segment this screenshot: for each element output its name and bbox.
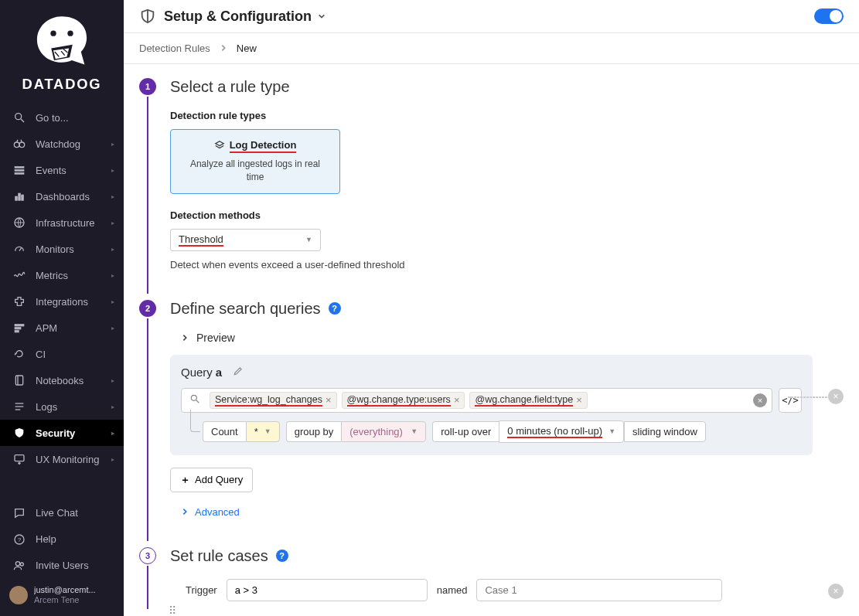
enable-toggle[interactable] [814,9,844,24]
nav-dashboards[interactable]: Dashboards ▸ [0,183,124,209]
chevron-right-icon [181,508,189,516]
delete-query-icon[interactable]: × [828,389,844,404]
nav-ux[interactable]: UX Monitoring ▸ [0,446,124,472]
filter-tag[interactable]: Service:wg_log_changes× [210,392,337,409]
edit-icon[interactable] [233,366,244,379]
plus-icon: ＋ [180,473,190,487]
advanced-toggle[interactable]: Advanced [181,506,844,518]
breadcrumb-root[interactable]: Detection Rules [139,43,210,54]
content-scroll[interactable]: 1 Select a rule type Detection rule type… [124,64,859,616]
svg-point-5 [14,142,19,148]
svg-rect-11 [19,193,21,200]
rule-case-row: ⠿ Trigger named [170,579,813,601]
page-header: Setup & Configuration [124,0,859,33]
nav-label: Integrations [36,296,88,308]
nav-monitors[interactable]: Monitors ▸ [0,236,124,262]
rollup-select[interactable]: 0 minutes (no roll-up)▼ [499,420,624,443]
nav-metrics[interactable]: Metrics ▸ [0,262,124,288]
brand-logo[interactable]: DATADOG [0,0,124,104]
nav-notebooks[interactable]: Notebooks ▸ [0,367,124,393]
nav-watchdog[interactable]: Watchdog ▸ [0,131,124,157]
breadcrumb: Detection Rules New [124,33,859,64]
window-select[interactable]: sliding window [624,421,706,442]
nav-label: Live Chat [36,507,78,519]
filter-tag[interactable]: @wg.change.field:type× [469,392,587,409]
step-line [147,318,148,541]
nav-label: Metrics [36,270,68,281]
nav-ci[interactable]: CI [0,341,124,367]
method-hint: Detect when events exceed a user-defined… [170,259,844,271]
nav-integrations[interactable]: Integrations ▸ [0,288,124,315]
connector-line [788,396,830,398]
count-select[interactable]: Count [203,421,246,442]
rule-type-log-detection[interactable]: Log Detection Analyze all ingested logs … [170,129,340,194]
nav-apm[interactable]: APM ▸ [0,315,124,341]
search-icon [12,111,26,124]
nav-label: Monitors [36,243,74,255]
step-badge-3: 3 [139,547,156,564]
sidebar: DATADOG Go to... Watchdog ▸ Events ▸ Das… [0,0,124,616]
svg-line-14 [19,248,22,251]
nav-security[interactable]: Security ▸ [0,420,124,446]
nav-label: Help [36,533,56,545]
nav-livechat[interactable]: Live Chat [0,500,124,526]
rollup-label: roll-up over [432,421,499,442]
nav-logs[interactable]: Logs ▸ [0,393,124,420]
svg-rect-15 [15,324,24,326]
nav-infrastructure[interactable]: Infrastructure ▸ [0,209,124,236]
groupby-select[interactable]: (everything)▼ [341,421,426,442]
named-label: named [437,584,468,596]
step-line [147,566,148,609]
svg-point-27 [15,561,19,565]
delete-case-icon[interactable]: × [828,584,844,599]
help-icon[interactable]: ? [276,550,288,562]
avatar [9,586,28,604]
close-icon[interactable]: × [326,394,332,406]
nav-goto[interactable]: Go to... [0,104,124,131]
svg-point-3 [15,114,22,120]
chat-icon [12,506,26,520]
close-icon[interactable]: × [454,394,460,406]
nav-label: Infrastructure [36,217,95,229]
nav-label: Notebooks [36,375,84,386]
help-icon: ? [12,533,26,546]
nav-invite[interactable]: Invite Users [0,553,124,579]
nav-label: Security [36,427,75,439]
svg-point-24 [19,462,21,465]
chevron-right-icon: ▸ [111,456,114,463]
user-block[interactable]: justin@arcemt... Arcem Tene [0,579,124,611]
step-3-title: Set rule cases [170,547,268,565]
svg-point-28 [20,563,23,566]
trigger-input[interactable] [227,579,428,601]
chevron-down-icon[interactable] [318,10,326,22]
step-3: 3 Set rule cases ? ⠿ Trigger named × [124,541,859,609]
svg-point-29 [191,395,196,400]
add-query-button[interactable]: ＋ Add Query [170,468,253,492]
count-field[interactable]: *▼ [246,421,280,442]
nav-label: Logs [36,401,57,413]
chevron-right-icon: ▸ [111,325,114,332]
chevron-down-icon: ▼ [411,427,418,435]
help-icon[interactable]: ? [329,302,341,315]
groupby-label: group by [286,421,342,442]
case-name-input[interactable] [476,579,722,601]
code-toggle[interactable]: </> [779,388,802,413]
svg-point-6 [19,142,25,148]
svg-line-4 [21,119,24,122]
drag-handle-icon[interactable]: ⠿ [169,604,176,616]
detection-method-select[interactable]: Threshold ▼ [170,229,321,251]
chevron-right-icon: ▸ [111,167,114,174]
chevron-right-icon: ▸ [111,377,114,384]
nav-events[interactable]: Events ▸ [0,157,124,183]
query-search-input[interactable]: Service:wg_log_changes× @wg.change.type:… [181,388,772,413]
wave-icon [12,268,26,282]
breadcrumb-current: New [237,43,257,54]
filter-tag[interactable]: @wg.change.type:users× [342,392,465,409]
step-1-title: Select a rule type [170,78,844,96]
svg-rect-12 [22,195,24,200]
nav-help[interactable]: ? Help [0,526,124,553]
preview-toggle[interactable]: Preview [181,332,844,344]
close-icon[interactable]: × [576,394,582,406]
clear-all-icon[interactable]: × [753,393,767,407]
query-id: a [216,366,222,379]
